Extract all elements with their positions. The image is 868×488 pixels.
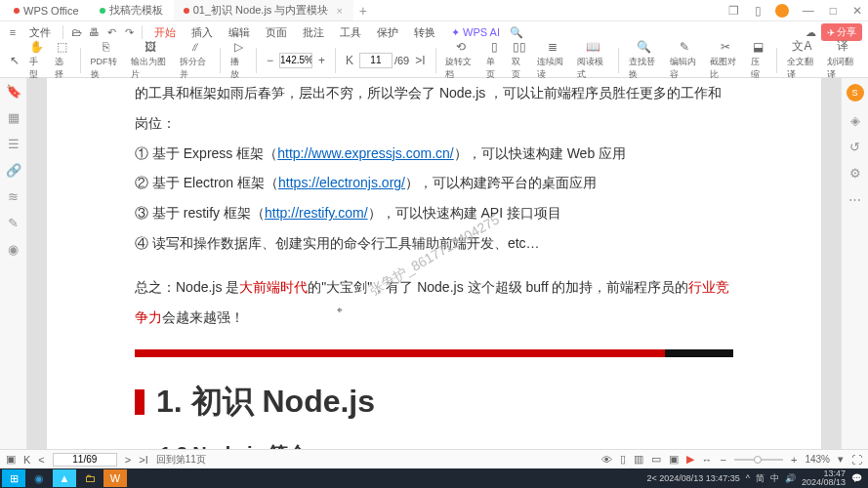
volume-icon[interactable]: 🔊	[785, 473, 796, 483]
window-close-icon[interactable]: ✕	[850, 4, 864, 18]
tool-hand[interactable]: ✋手型	[25, 40, 49, 81]
section-divider	[135, 349, 733, 357]
tool-double-page[interactable]: ▯▯双页	[508, 40, 531, 81]
tool-split-merge[interactable]: ⫽拆分合并	[176, 40, 215, 81]
menu-wps-ai[interactable]: ✦ WPS AI	[445, 24, 506, 41]
ime-indicator-1[interactable]: 简	[756, 472, 765, 485]
ai-assistant-icon[interactable]: S	[847, 84, 864, 102]
status-page-input[interactable]	[53, 453, 117, 467]
layout-2-icon[interactable]: ▥	[634, 453, 643, 466]
window-maximize-icon[interactable]: □	[828, 4, 839, 18]
tab-wps-home[interactable]: WPS Office	[4, 0, 90, 20]
tool-continuous[interactable]: ≣连续阅读	[533, 40, 572, 81]
new-tab-button[interactable]: +	[353, 3, 373, 19]
layers-icon[interactable]: ≋	[8, 189, 19, 204]
tab-label: WPS Office	[23, 5, 79, 17]
link-electron[interactable]: https://electronjs.org/	[278, 175, 405, 190]
fit-width-icon[interactable]: ↔	[702, 454, 713, 466]
menu-protect[interactable]: 保护	[371, 23, 404, 42]
right-sidebar: S ◈ ↺ ⚙ ⋯	[841, 78, 868, 449]
thumbnails-icon[interactable]: ▦	[8, 110, 20, 125]
next-page-icon[interactable]: >	[125, 454, 131, 466]
eye-icon[interactable]: 👁	[601, 454, 612, 466]
first-page-icon[interactable]: K	[23, 454, 30, 466]
link-restify[interactable]: http://restify.com/	[265, 205, 368, 221]
last-page-icon[interactable]: >I	[139, 454, 147, 466]
stamps-icon[interactable]: ◉	[8, 242, 19, 257]
ime-indicator-2[interactable]: 中	[770, 472, 779, 485]
tool-find-replace[interactable]: 🔍查找替换	[625, 40, 664, 81]
link-express[interactable]: http://www.expressjs.com.cn/	[277, 145, 454, 161]
tool-pdf-convert[interactable]: ⎘PDF转换	[87, 40, 126, 81]
undo-icon[interactable]: ↶	[104, 25, 118, 39]
tab-document[interactable]: 01_初识 Node.js 与内置模块×	[174, 0, 353, 20]
menu-annotate[interactable]: 批注	[297, 23, 330, 42]
dropdown-icon[interactable]: ▾	[838, 453, 844, 466]
page-input[interactable]	[359, 53, 393, 68]
history-icon[interactable]: ↺	[849, 140, 860, 154]
print-icon[interactable]: 🖶	[87, 25, 101, 39]
cloud-sync-icon[interactable]: ☁	[804, 25, 817, 39]
menu-tools[interactable]: 工具	[334, 23, 367, 42]
zoom-in-icon[interactable]: +	[791, 454, 797, 466]
tool-prev-page[interactable]: K	[342, 54, 357, 67]
start-button[interactable]: ⊞	[2, 469, 25, 487]
statusbar: ▣ K < > >I 回到第11页 👁 ▯ ▥ ▭ ▣ ▶ ↔ − + 143%…	[0, 449, 868, 468]
tool-full-translate[interactable]: 文A全文翻译	[783, 40, 822, 81]
zoom-percent: 143%	[805, 454, 830, 465]
tool-edit-content[interactable]: ✎编辑内容	[666, 40, 705, 81]
window-stack-icon[interactable]: ▯	[753, 4, 764, 18]
notifications-icon[interactable]: 💬	[851, 473, 862, 483]
task-edge[interactable]: ◉	[27, 469, 51, 487]
app-menu-icon[interactable]: ≡	[6, 25, 20, 39]
redo-icon[interactable]: ↷	[122, 25, 136, 39]
paragraph: 的工具和框架如雨后春笋，层出不穷，所以学会了 Node.js ，可以让前端程序员…	[135, 78, 733, 139]
fullscreen-icon[interactable]: ⛶	[851, 454, 862, 466]
outline-icon[interactable]: ☰	[8, 137, 20, 151]
task-explorer[interactable]: 🗀	[78, 469, 102, 487]
window-minimize-icon[interactable]: —	[801, 4, 816, 18]
tool-screenshot-compare[interactable]: ✂截图对比	[706, 40, 745, 81]
toolbar: ↖ ✋手型 ⬚选择 ⎘PDF转换 🖼输出为图片 ⫽拆分合并 ▷播放 − + K …	[0, 43, 868, 78]
tool-rotate[interactable]: ⟲旋转文档	[441, 40, 480, 81]
tool-zoom-in[interactable]: +	[314, 54, 329, 67]
view-mode-icon[interactable]: ▣	[6, 453, 16, 466]
tool-select[interactable]: ⬚选择	[51, 40, 74, 81]
user-avatar[interactable]	[775, 4, 789, 18]
tool-cursor[interactable]: ↖	[6, 54, 23, 67]
properties-icon[interactable]: ◈	[850, 113, 860, 128]
tool-zoom-out[interactable]: −	[263, 54, 277, 67]
menu-convert[interactable]: 转换	[408, 23, 441, 42]
tool-next-page[interactable]: >I	[411, 54, 429, 67]
signatures-icon[interactable]: ✎	[8, 216, 19, 230]
bookmark-icon[interactable]: 🔖	[6, 84, 21, 99]
document-canvas[interactable]: 的工具和框架如雨后春笋，层出不穷，所以学会了 Node.js ，可以让前端程序员…	[27, 78, 841, 449]
zoom-slider[interactable]	[734, 459, 783, 461]
zoom-out-icon[interactable]: −	[721, 454, 726, 466]
layout-3-icon[interactable]: ▭	[651, 453, 661, 466]
tool-highlight-translate[interactable]: 译划词翻译	[823, 40, 862, 81]
tab-close-icon[interactable]: ×	[336, 5, 342, 17]
more-icon[interactable]: ⋯	[848, 192, 861, 207]
window-restore-icon[interactable]: ❐	[726, 4, 741, 18]
tool-compress[interactable]: ⬓压缩	[747, 40, 770, 81]
layout-4-icon[interactable]: ▣	[669, 453, 679, 466]
open-icon[interactable]: 🗁	[69, 25, 83, 39]
search-icon[interactable]: 🔍	[510, 25, 523, 39]
menu-page[interactable]: 页面	[260, 23, 293, 42]
attachments-icon[interactable]: 🔗	[6, 163, 21, 178]
zoom-input[interactable]	[279, 53, 312, 68]
tools-panel-icon[interactable]: ⚙	[849, 166, 861, 181]
play-slideshow-icon[interactable]: ▶	[686, 453, 694, 466]
task-app-1[interactable]: ▲	[53, 469, 76, 487]
tool-single-page[interactable]: ▯单页	[482, 40, 506, 81]
layout-1-icon[interactable]: ▯	[620, 453, 626, 466]
system-clock[interactable]: 13:472024/08/13	[802, 469, 846, 487]
tool-export-image[interactable]: 🖼输出为图片	[127, 40, 174, 81]
tool-play[interactable]: ▷播放	[227, 40, 250, 81]
tray-chevron-icon[interactable]: ^	[746, 473, 750, 483]
tab-templates[interactable]: 找稿壳模板	[90, 0, 174, 20]
prev-page-icon[interactable]: <	[38, 454, 44, 466]
tool-read-mode[interactable]: 📖阅读模式	[573, 40, 612, 81]
task-wps[interactable]: W	[103, 469, 127, 487]
